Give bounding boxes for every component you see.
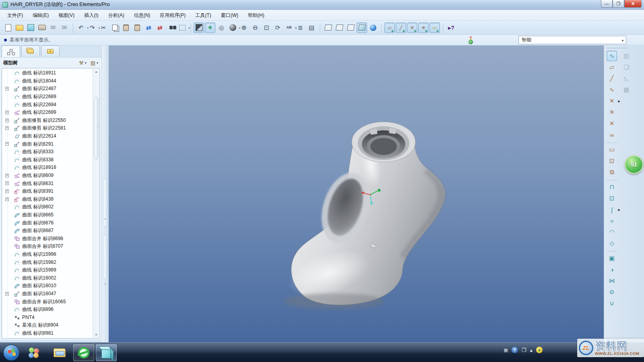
menu-file[interactable]: 文件(F) bbox=[3, 10, 27, 21]
datum-plane-button[interactable]: ▱ bbox=[607, 62, 617, 72]
style-tool-button[interactable]: ▥ bbox=[621, 51, 632, 61]
tree-item[interactable]: 基准点 标识8904 bbox=[2, 321, 93, 329]
wireframe-display-button[interactable] bbox=[323, 23, 333, 33]
tree-item[interactable]: 曲线 标识8896 bbox=[2, 306, 93, 314]
menu-help[interactable]: 帮助(H) bbox=[244, 10, 268, 21]
trim-button[interactable]: ⊘ bbox=[607, 287, 617, 297]
tree-item[interactable]: 曲线 标识22694 bbox=[2, 101, 93, 109]
panel-splitter[interactable] bbox=[101, 45, 109, 342]
merge-button[interactable]: ⋈ bbox=[607, 276, 617, 286]
csys-toggle[interactable]: ✳ bbox=[418, 23, 429, 33]
tree-show-menu-button[interactable]: ⚒▾ bbox=[79, 60, 87, 66]
copy-geometry-button[interactable]: ∞ bbox=[607, 130, 617, 140]
layers-button[interactable]: ≣ bbox=[295, 23, 305, 33]
revolve-button[interactable]: ⊡ bbox=[607, 193, 617, 204]
scroll-up-icon[interactable]: ▲ bbox=[93, 69, 99, 75]
swept-blend-button[interactable]: ◇ bbox=[607, 238, 617, 249]
open-file-button[interactable] bbox=[14, 23, 25, 33]
taskbar-app-creo[interactable] bbox=[96, 344, 117, 361]
tree-item[interactable]: 曲线 标识8338 bbox=[2, 156, 93, 164]
overlay-badge[interactable]: 51 bbox=[625, 155, 643, 174]
new-file-button[interactable] bbox=[3, 23, 13, 33]
zoom-refit-button[interactable]: ⊡ bbox=[261, 23, 272, 33]
note-button[interactable]: ⧉ bbox=[607, 167, 617, 177]
tray-keyboard-icon[interactable]: ▦ bbox=[504, 348, 508, 353]
tree-item[interactable]: 曲面合并 标识8707 bbox=[2, 243, 93, 251]
datum-point-toggle[interactable]: ✕ bbox=[407, 23, 417, 33]
save-button[interactable] bbox=[25, 23, 36, 33]
view-setup-button[interactable]: ◎ bbox=[216, 23, 227, 33]
no-hidden-display-button[interactable] bbox=[345, 23, 356, 33]
extrude-button[interactable]: ⊓ bbox=[607, 182, 617, 192]
tree-item[interactable]: 曲线 标识8981 bbox=[2, 329, 93, 337]
tree-item[interactable]: + 曲面 标识8291 bbox=[2, 140, 93, 148]
mirror-button[interactable]: ◑ bbox=[607, 264, 617, 275]
hair-dryer-model[interactable] bbox=[109, 45, 604, 342]
flyout-arrow-icon[interactable]: ▶ bbox=[618, 208, 620, 212]
scroll-down-icon[interactable]: ▼ bbox=[93, 332, 99, 338]
tree-item[interactable]: 曲线 标识8602 bbox=[2, 203, 93, 211]
email-link-button[interactable]: ✉ bbox=[59, 23, 70, 33]
menu-applications[interactable]: 应用程序(P) bbox=[156, 10, 190, 21]
menu-info[interactable]: 信息(N) bbox=[130, 10, 155, 21]
field-point-button[interactable]: ✕ bbox=[607, 118, 617, 129]
regenerate-button[interactable]: ⇄ bbox=[143, 23, 154, 33]
tree-item[interactable]: 曲面合并 标识8698 bbox=[2, 234, 93, 243]
chevron-down-icon[interactable]: ▼ bbox=[621, 39, 624, 43]
email-button[interactable]: ✉ bbox=[48, 23, 58, 33]
sweep-button[interactable]: ∫▶ bbox=[607, 204, 617, 215]
expand-icon[interactable]: + bbox=[5, 197, 9, 201]
tree-item[interactable]: 曲线 标识8333 bbox=[2, 148, 93, 156]
taskbar-app-browser[interactable] bbox=[73, 344, 94, 361]
tree-item[interactable]: 曲线 标识15982 bbox=[2, 258, 93, 266]
tree-item[interactable]: 曲线 标识15989 bbox=[2, 266, 93, 274]
annotation-feature-button[interactable]: ▭ bbox=[607, 144, 617, 155]
menu-analysis[interactable]: 分析(A) bbox=[104, 10, 128, 21]
find-button[interactable] bbox=[166, 23, 176, 33]
datum-axis-button[interactable]: ╱ bbox=[607, 73, 617, 84]
folder-browser-tab[interactable] bbox=[21, 45, 40, 56]
tree-settings-menu-button[interactable]: ▤▾ bbox=[91, 60, 98, 66]
restore-button[interactable]: ❐ bbox=[613, 0, 624, 8]
taskbar-app-explorer[interactable] bbox=[49, 344, 70, 361]
zoom-out-button[interactable]: ⊖ bbox=[250, 23, 260, 33]
spin-center-button[interactable]: ❖ bbox=[205, 23, 215, 33]
tree-item[interactable]: + 曲线 标识22699 bbox=[2, 109, 93, 117]
tree-item[interactable]: + 曲面 标识22487 bbox=[2, 85, 93, 93]
scrollbar-thumb[interactable] bbox=[94, 97, 99, 159]
tree-item[interactable]: 曲面 标识22614 bbox=[2, 132, 93, 140]
model-tree-tab[interactable] bbox=[2, 45, 20, 57]
menu-insert[interactable]: 插入(I) bbox=[80, 10, 102, 21]
menu-window[interactable]: 窗口(W) bbox=[217, 10, 242, 21]
boundary-blend-button[interactable]: ◠ bbox=[607, 227, 617, 237]
title-bar[interactable]: HAIR_DRYER (活动的) - Creo Elements/Pro — ❐… bbox=[0, 0, 644, 10]
datum-axis-toggle[interactable]: ╱ bbox=[396, 23, 406, 33]
review-feature-button[interactable]: ⊡ bbox=[607, 156, 617, 166]
surface-tool-button[interactable]: ◺ bbox=[621, 73, 632, 84]
tree-item[interactable]: + 曲面 标识16047 bbox=[2, 290, 93, 298]
tree-item[interactable]: + 曲面修剪 标识22581 bbox=[2, 124, 93, 132]
tree-item[interactable]: 曲线 标识18044 bbox=[2, 77, 93, 85]
expand-icon[interactable]: + bbox=[5, 87, 9, 90]
insert-curve-button[interactable]: ∿ bbox=[607, 51, 617, 61]
expand-icon[interactable]: + bbox=[5, 142, 9, 146]
regen-status-indicator-icon[interactable] bbox=[468, 36, 474, 44]
tree-scrollbar[interactable]: ▲ ▼ bbox=[93, 69, 99, 338]
merge-tool-button[interactable]: ❏ bbox=[621, 62, 632, 72]
tree-item[interactable]: 曲面 标识8665 bbox=[2, 211, 93, 219]
copy-surface-button[interactable]: ▣ bbox=[607, 253, 617, 263]
select-rect-button[interactable]: ▾ bbox=[177, 23, 188, 33]
zoom-in-button[interactable]: ⊕ bbox=[239, 23, 249, 33]
offset-button[interactable]: ∪ bbox=[607, 298, 617, 309]
tree-item[interactable]: 曲面 标识8676 bbox=[2, 219, 93, 227]
tree-item[interactable]: 曲面 标识16010 bbox=[2, 282, 93, 290]
redo-button[interactable]: ↷▾ bbox=[87, 23, 97, 33]
menu-tools[interactable]: 工具(T) bbox=[191, 10, 215, 21]
tree-item[interactable]: 曲线 标识18911 bbox=[2, 69, 93, 77]
tray-help-icon[interactable]: ? bbox=[512, 347, 518, 353]
undo-button[interactable]: ↶▾ bbox=[76, 23, 86, 33]
facet-tool-button[interactable]: ▦ bbox=[621, 84, 632, 95]
print-button[interactable] bbox=[37, 23, 47, 33]
start-button[interactable] bbox=[3, 345, 19, 361]
annotation-toggle[interactable]: ▭ bbox=[429, 23, 440, 33]
